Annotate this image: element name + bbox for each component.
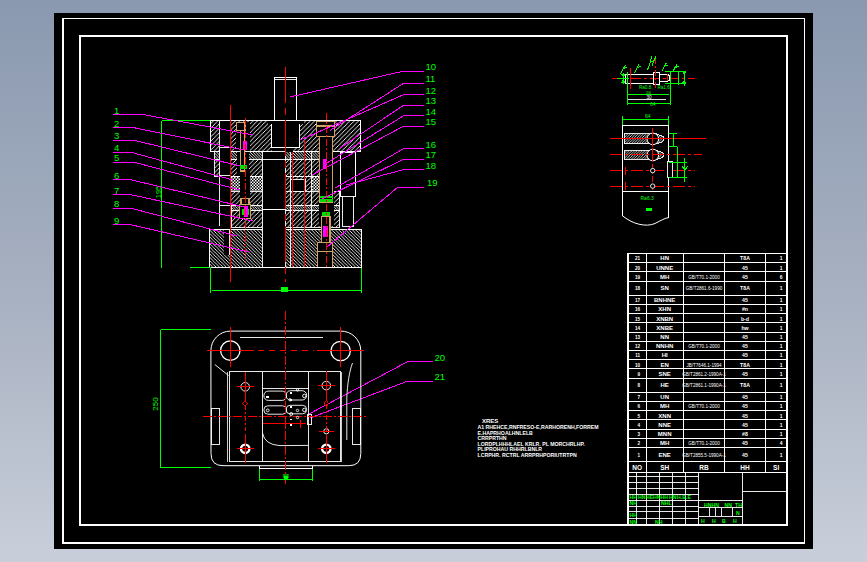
svg-text:T8A: T8A	[740, 382, 750, 388]
svg-text:17: 17	[426, 149, 437, 160]
svg-text:b-d: b-d	[741, 316, 749, 322]
svg-text:11: 11	[635, 353, 640, 358]
svg-text:1: 1	[780, 403, 783, 409]
svg-text:6: 6	[637, 404, 640, 409]
svg-text:45: 45	[742, 334, 748, 340]
svg-text:1: 1	[780, 255, 783, 261]
svg-text:T8A: T8A	[740, 285, 750, 291]
svg-text:T8A: T8A	[740, 255, 750, 261]
svg-text:30: 30	[647, 95, 653, 100]
svg-text:HNHN: HNHN	[704, 502, 719, 508]
svg-text:1: 1	[780, 431, 783, 437]
svg-text:8: 8	[637, 383, 640, 388]
svg-text:45: 45	[742, 343, 748, 349]
svg-text:64: 64	[650, 102, 656, 107]
svg-text:XNBE: XNBE	[656, 325, 673, 331]
svg-text:45: 45	[742, 265, 748, 271]
svg-text:N: N	[736, 510, 740, 516]
svg-text:XRES: XRES	[482, 418, 498, 424]
svg-text:19: 19	[427, 177, 438, 188]
svg-text:7: 7	[114, 185, 119, 196]
svg-text:HE: HE	[661, 382, 669, 388]
svg-text:9: 9	[637, 372, 640, 377]
svg-text:18: 18	[635, 286, 641, 291]
svg-text:1: 1	[780, 352, 783, 358]
svg-text:10: 10	[635, 363, 641, 368]
svg-text:NH: NH	[630, 500, 638, 506]
svg-text:XNBN: XNBN	[656, 316, 673, 322]
svg-text:1: 1	[780, 306, 783, 312]
svg-text:NNE: NNE	[658, 422, 671, 428]
svg-text:HN: HN	[660, 255, 669, 261]
svg-text:1: 1	[780, 362, 783, 368]
svg-text:GB/T2855.5-1990A-1: GB/T2855.5-1990A-1	[682, 453, 726, 458]
svg-text:SH: SH	[660, 464, 669, 471]
svg-text:16: 16	[635, 307, 641, 312]
svg-text:HN: HN	[638, 494, 646, 500]
svg-text:GB/T2861.1-1990A-1: GB/T2861.1-1990A-1	[682, 383, 726, 388]
svg-text:1: 1	[780, 325, 783, 331]
svg-text:LCRPHR. RCTRL ARRPRHPORIUTRTPN: LCRPHR. RCTRL ARRPRHPORIUTRTPN	[478, 452, 577, 458]
svg-text:NHL: NHL	[661, 500, 672, 506]
svg-text:GB/T2861.2-1990A-1: GB/T2861.2-1990A-1	[682, 372, 726, 377]
svg-text:250: 250	[151, 397, 160, 411]
svg-text:ENE: ENE	[659, 452, 671, 458]
svg-text:HI: HI	[662, 352, 668, 358]
svg-text:14: 14	[426, 106, 437, 117]
svg-text:GB/T70.1-2000: GB/T70.1-2000	[688, 441, 720, 446]
svg-text:6: 6	[114, 170, 119, 181]
svg-text:1: 1	[780, 382, 783, 388]
svg-text:BNHNE: BNHNE	[654, 297, 675, 303]
svg-text:1: 1	[780, 371, 783, 377]
svg-text:NO: NO	[632, 464, 642, 471]
svg-text:H: H	[701, 518, 705, 524]
svg-text:MNN: MNN	[658, 431, 672, 437]
svg-text:XNN: XNN	[658, 413, 671, 419]
svg-text:1: 1	[780, 452, 783, 458]
svg-text:1: 1	[780, 334, 783, 340]
svg-text:12: 12	[426, 85, 437, 96]
svg-text:12: 12	[635, 344, 641, 349]
svg-text:13: 13	[426, 95, 437, 106]
svg-text:H: H	[733, 518, 737, 524]
svg-text:2: 2	[114, 118, 119, 129]
svg-text:GB/T70.1-2000: GB/T70.1-2000	[688, 344, 720, 349]
svg-text:#n: #n	[742, 306, 748, 312]
svg-text:6: 6	[780, 274, 783, 280]
svg-text:4: 4	[637, 423, 640, 428]
svg-text:15: 15	[635, 317, 641, 322]
svg-text:2: 2	[637, 441, 640, 446]
svg-text:45: 45	[742, 352, 748, 358]
svg-text:1: 1	[780, 316, 783, 322]
svg-text:8: 8	[114, 198, 119, 209]
svg-text:SI: SI	[773, 464, 779, 471]
svg-text:hw: hw	[741, 325, 749, 331]
svg-text:9: 9	[114, 215, 119, 226]
svg-text:1: 1	[780, 343, 783, 349]
svg-text:1: 1	[780, 285, 783, 291]
svg-text:16: 16	[426, 139, 437, 150]
svg-text:TH: TH	[735, 502, 742, 508]
svg-text:64: 64	[645, 113, 651, 119]
svg-text:MH: MH	[660, 440, 669, 446]
svg-text:HH: HH	[740, 464, 750, 471]
svg-text:5: 5	[114, 152, 119, 163]
svg-text:20: 20	[635, 266, 641, 271]
svg-text:3: 3	[114, 130, 119, 141]
svg-text:21: 21	[635, 256, 641, 261]
svg-text:45: 45	[742, 403, 748, 409]
svg-text:NN: NN	[660, 334, 669, 340]
svg-text:B: B	[722, 518, 726, 524]
svg-text:18: 18	[426, 160, 437, 171]
svg-text:7: 7	[637, 395, 640, 400]
svg-text:UN: UN	[660, 394, 669, 400]
svg-text:45: 45	[742, 371, 748, 377]
svg-text:NH: NH	[655, 519, 663, 525]
svg-text:1: 1	[780, 265, 783, 271]
svg-text:EN: EN	[661, 362, 669, 368]
svg-text:HH: HH	[630, 512, 638, 518]
svg-text:195: 195	[154, 186, 163, 199]
svg-text:MH: MH	[660, 274, 669, 280]
svg-text:1: 1	[114, 105, 119, 116]
svg-text:SNE: SNE	[659, 371, 671, 377]
